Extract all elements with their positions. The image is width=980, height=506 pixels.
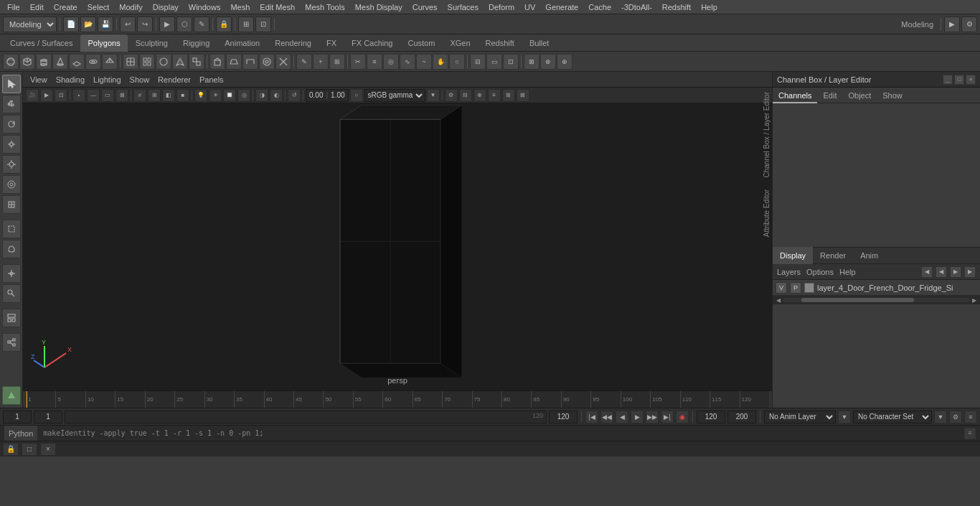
timeline-track[interactable]: 1 5 10 15 20 25 30 35 40 45 50 55 60 65 … [26, 391, 769, 408]
menu-uv[interactable]: UV [520, 0, 540, 14]
vp-hud-btn[interactable]: ⊟ [459, 89, 472, 102]
lasso-btn[interactable]: ⬡ [176, 17, 192, 32]
scroll-left-btn[interactable]: ◀ [774, 296, 783, 304]
viewport-menu-lighting[interactable]: Lighting [90, 75, 124, 84]
vp-grid-btn[interactable]: # [133, 89, 146, 102]
tab-fxcaching[interactable]: FX Caching [344, 34, 400, 52]
vp-shader-btn[interactable]: ◎ [237, 89, 250, 102]
gamma-select[interactable]: sRGB gamma [364, 89, 425, 102]
redo-btn[interactable]: ↪ [137, 17, 153, 32]
frame-range-end-input[interactable] [549, 411, 578, 423]
menu-help[interactable]: Help [697, 0, 722, 14]
playback-end-input[interactable] [727, 411, 756, 423]
menu-curves[interactable]: Curves [408, 0, 442, 14]
quad-draw-btn[interactable]: ⊞ [329, 54, 345, 70]
open-scene-btn[interactable]: 📂 [80, 17, 96, 32]
undo-btn[interactable]: ↩ [120, 17, 136, 32]
torus-btn[interactable] [85, 54, 101, 70]
vp-light-btn[interactable]: 💡 [194, 89, 207, 102]
tab-rigging[interactable]: Rigging [176, 34, 217, 52]
channel-tab-channels[interactable]: Channels [773, 88, 817, 103]
edge-tab-channel-box[interactable]: Channel Box / Layer Editor [761, 86, 772, 184]
tab-polygons[interactable]: Polygons [80, 34, 127, 52]
mirror-btn[interactable] [172, 54, 188, 70]
unfold-btn[interactable]: ⊟ [470, 54, 486, 70]
current-frame-input[interactable] [3, 411, 32, 423]
paint-weights-btn[interactable] [2, 284, 21, 303]
vp-select-face-btn[interactable]: ▭ [101, 89, 114, 102]
extra3-btn[interactable]: ⊕ [557, 54, 573, 70]
goto-start-btn[interactable]: |◀ [585, 411, 598, 423]
anim-layer-dropdown-btn[interactable]: ▼ [838, 411, 851, 423]
layer-add-btn[interactable]: ◀ [921, 266, 933, 278]
append-btn[interactable]: + [313, 54, 329, 70]
char-set-dropdown-btn[interactable]: ▼ [934, 411, 947, 423]
menu-3dtoall[interactable]: -3DtoAll- [617, 0, 656, 14]
vp-tex-btn[interactable]: 🔲 [223, 89, 236, 102]
channel-tab-show[interactable]: Show [877, 88, 908, 103]
menu-file[interactable]: File [3, 0, 24, 14]
scroll-thumb[interactable] [801, 298, 914, 302]
tab-xgen[interactable]: XGen [443, 34, 477, 52]
fill-hole-btn[interactable] [259, 54, 275, 70]
vp-snap-btn[interactable]: ⊕ [473, 89, 486, 102]
char-set-extra2-btn[interactable]: ≡ [964, 411, 977, 423]
vp-gamma-dropdown-btn[interactable]: ▼ [427, 89, 440, 102]
menu-create[interactable]: Create [50, 0, 82, 14]
menu-mesh[interactable]: Mesh [226, 0, 254, 14]
maya-icon-btn[interactable] [2, 386, 21, 405]
extra1-btn[interactable]: ⊠ [524, 54, 540, 70]
pen-btn[interactable]: ✎ [296, 54, 312, 70]
layer-visibility-p[interactable]: P [790, 282, 801, 294]
play-back-btn[interactable]: ◀ [616, 411, 628, 423]
subdiv-btn[interactable] [123, 54, 138, 70]
layers-tab-layers[interactable]: Layers [777, 268, 801, 276]
display-tab-render[interactable]: Render [813, 247, 853, 264]
vp-extra3-btn[interactable]: ⊠ [517, 89, 529, 102]
menu-display[interactable]: Display [149, 0, 183, 14]
edge-tab-attribute-editor[interactable]: Attribute Editor [761, 184, 772, 243]
multicut-btn[interactable]: ≡ [367, 54, 382, 70]
menu-windows[interactable]: Windows [184, 0, 225, 14]
snap-btn[interactable]: 🔒 [216, 17, 232, 32]
vp-cam-settings-btn[interactable]: ⚙ [445, 89, 458, 102]
vp-xray-btn[interactable]: ◑ [255, 89, 268, 102]
grab-btn[interactable]: ✋ [433, 54, 448, 70]
paint-select-btn[interactable]: ✎ [194, 17, 209, 32]
playback-speed-input[interactable] [697, 411, 725, 423]
timeline[interactable]: 1 5 10 15 20 25 30 35 40 45 50 55 60 65 … [23, 390, 772, 408]
lasso-select-btn[interactable] [2, 240, 21, 258]
vp-select-vert-btn[interactable]: • [72, 89, 85, 102]
char-set-select[interactable]: No Character Set [853, 411, 932, 423]
canvas-area[interactable]: persp X Y Z [23, 103, 772, 390]
goto-end-btn[interactable]: ▶| [661, 411, 674, 423]
range-bar[interactable]: 120 [65, 411, 547, 423]
tab-sculpting[interactable]: Sculpting [128, 34, 175, 52]
viewport-menu-view[interactable]: View [27, 75, 50, 84]
layers-scrollbar[interactable]: ◀ ▶ [773, 296, 980, 304]
smooth-btn[interactable] [156, 54, 171, 70]
grid-btn[interactable] [139, 54, 155, 70]
rect-select-btn[interactable] [2, 220, 21, 238]
sculpt-btn[interactable]: ∿ [400, 54, 415, 70]
tab-rendering[interactable]: Rendering [268, 34, 319, 52]
viewport-menu-show[interactable]: Show [127, 75, 153, 84]
soft-mod-btn[interactable] [2, 175, 21, 194]
hypergraph-btn[interactable] [2, 333, 21, 352]
scroll-track[interactable] [783, 298, 970, 302]
channel-tab-object[interactable]: Object [842, 88, 877, 103]
vp-shadow-btn[interactable]: ☀ [209, 89, 222, 102]
menu-editmesh[interactable]: Edit Mesh [255, 0, 299, 14]
layer-prev-btn[interactable]: ◀ [936, 266, 947, 278]
vp-wireframe-btn[interactable]: ⊞ [148, 89, 161, 102]
cylinder-btn[interactable] [36, 54, 52, 70]
vp-xray2-btn[interactable]: ◐ [270, 89, 283, 102]
universal-manip-btn[interactable] [2, 155, 21, 174]
vp-render-btn[interactable]: ▶ [40, 89, 53, 102]
weld-btn[interactable] [275, 54, 291, 70]
relax-btn[interactable]: ~ [416, 54, 432, 70]
vp-select-obj-btn[interactable]: ⊠ [116, 89, 128, 102]
vp-extra2-btn[interactable]: ⊞ [502, 89, 515, 102]
tab-redshift[interactable]: Redshift [479, 34, 522, 52]
cut-faces-btn[interactable]: ✂ [350, 54, 366, 70]
